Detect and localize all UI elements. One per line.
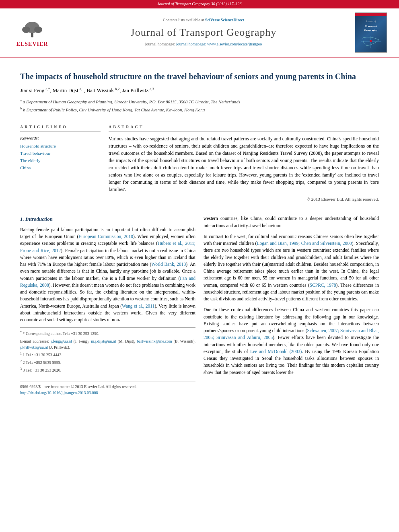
keywords-label: Keywords: (20, 135, 101, 142)
journal-title: Journal of Transport Geography (56, 25, 351, 40)
sciverse-link[interactable]: SciVerse ScienceDirect (205, 18, 244, 22)
ref-hubers[interactable]: Hubers et al., 2011; Frone and Rice, 201… (20, 241, 195, 253)
journal-citation-bar: Journal of Transport Geography 30 (2013)… (0, 0, 399, 8)
elsevier-logo-area: ELSEVIER (8, 16, 56, 48)
ref-eu-commission[interactable]: European Commission, 2010 (78, 234, 133, 239)
affil-text-b: b Department of Public Policy, City Univ… (23, 107, 205, 112)
doi-link[interactable]: http://dx.doi.org/10.1016/j.jtrangeo.201… (20, 390, 98, 395)
fn-corresponding: * * Corresponding author. Tel.: +31 30 2… (20, 330, 195, 337)
homepage-label: journal homepage: (145, 42, 176, 46)
fn-1-sup: 1 (20, 352, 22, 355)
ref-lee[interactable]: Lee and McDonald (2003) (250, 349, 302, 354)
body-para-right-2: In contrast to the west, for cultural an… (204, 233, 379, 303)
author-feng-sup: a,* (46, 87, 50, 91)
elsevier-wordmark: ELSEVIER (16, 40, 48, 48)
doi-line: http://dx.doi.org/10.1016/j.jtrangeo.201… (20, 390, 195, 396)
author-sep2: , Bart Wissink (84, 87, 115, 93)
svg-point-7 (370, 40, 372, 42)
keyword-3: The elderly (20, 158, 101, 164)
svg-point-4 (31, 35, 33, 37)
fn-star: * (20, 331, 22, 334)
fn-2: 2 2 Tel.: +852 9639 9559. (20, 359, 195, 366)
keyword-4: China (20, 165, 101, 171)
main-content: The impacts of household structure on th… (0, 58, 399, 405)
affil-line-a: a a Department of Human Geography and Pl… (20, 98, 379, 105)
author-dijst-sup: a,1 (80, 87, 84, 91)
ref-scprc[interactable]: SCPRC, 1978 (310, 283, 336, 288)
affil-sup-a: a (20, 98, 22, 102)
cover-journal-label: Journal of (366, 20, 376, 23)
issn-line: 0966-6923/$ – see front matter © 2013 El… (20, 384, 195, 390)
body-para-right-1: western countries, like China, could con… (204, 215, 379, 229)
body-col-left: 1. Introduction Raising female paid labo… (20, 215, 195, 397)
author-sep1: , Martin Dijst (50, 87, 80, 93)
ref-wang[interactable]: Wang et al., 2011 (122, 304, 154, 308)
article-info-col: A R T I C L E I N F O Keywords: Househol… (20, 124, 101, 203)
ref-schwanen[interactable]: Schwanen, 2007; Srinivasan and Bhat, 200… (204, 328, 379, 340)
keyword-2: Travel behaviour (20, 150, 101, 157)
fn-email: E-mail addresses: j.feng@uu.nl (J. Feng)… (20, 338, 195, 350)
author-wissink-sup: b,2 (115, 87, 119, 91)
abstract-header: A B S T R A C T (109, 124, 379, 132)
footnotes-area: * * Corresponding author. Tel.: +31 30 2… (20, 327, 195, 373)
journal-header-center: Contents lists available at SciVerse Sci… (56, 17, 351, 47)
journal-cover-image: Journal of TransportGeography (355, 12, 387, 53)
sciverse-line: Contents lists available at SciVerse Sci… (56, 17, 351, 23)
author-feng: Jianxi Feng (20, 87, 46, 93)
homepage-link[interactable]: journal homepage: www.elsevier.com/locat… (176, 42, 262, 46)
journal-header: ELSEVIER Contents lists available at Sci… (0, 8, 399, 58)
fn-email-text: E-mail addresses: j.feng@uu.nl (J. Feng)… (20, 339, 195, 349)
affiliations: a a Department of Human Geography and Pl… (20, 98, 379, 113)
cover-map-graphic (359, 34, 383, 50)
fn-3: 3 3 Tel: +31 30 253 2620. (20, 367, 195, 373)
fn-email-dijst[interactable]: m.j.dijst@uu.nl (91, 339, 116, 343)
two-col-body: 1. Introduction Raising female paid labo… (20, 215, 379, 397)
ref-logan[interactable]: Logan and Bian, 1999; Chen and Silverste… (257, 241, 352, 246)
article-info-header: A R T I C L E I N F O (20, 124, 101, 132)
elsevier-emblem-icon (18, 16, 46, 40)
svg-point-3 (34, 27, 42, 33)
journal-cover-area: Journal of TransportGeography (351, 12, 391, 53)
keyword-1: Household structure (20, 143, 101, 150)
fn-email-prillwitz[interactable]: j.Prillwitz@uu.nl (20, 345, 48, 349)
section1-title: 1. Introduction (20, 215, 195, 223)
fn-email-wissink[interactable]: bartwissink@me.com (137, 339, 172, 343)
keywords-list: Household structure Travel behaviour The… (20, 143, 101, 171)
journal-citation-text: Journal of Transport Geography 30 (2013)… (157, 2, 241, 6)
cover-title-label: TransportGeography (364, 24, 377, 32)
fn-3-text: 3 Tel: +31 30 253 2620. (23, 368, 62, 373)
copyright-line: © 2013 Elsevier Ltd. All rights reserved… (109, 196, 379, 203)
authors-line: Jianxi Feng a,*, Martin Dijst a,1, Bart … (20, 86, 379, 94)
body-col-right: western countries, like China, could con… (204, 215, 379, 397)
author-sep3: , Jan Prillwitz (119, 87, 150, 93)
bottom-bar: 0966-6923/$ – see front matter © 2013 El… (20, 382, 195, 397)
ref-fan[interactable]: Fan and Regulska, 2008 (20, 276, 195, 288)
abstract-text: Various studies have suggested that agin… (109, 135, 379, 193)
abstract-col: A B S T R A C T Various studies have sug… (109, 124, 379, 203)
body-divider (20, 211, 379, 211)
fn-email-feng[interactable]: j.feng@uu.nl (51, 339, 72, 343)
affil-sup-b: b (20, 106, 22, 110)
fn-2-sup: 2 (20, 359, 22, 363)
fn-1: 1 1 Tel.: +31 30 253 4442. (20, 351, 195, 358)
info-abstract-row: A R T I C L E I N F O Keywords: Househol… (20, 124, 379, 203)
ref-worldbank[interactable]: World Bank, 2013 (151, 262, 186, 267)
body-para-right-3: Due to these contextual differences betw… (204, 306, 379, 376)
body-para-1: Raising female paid labour participation… (20, 226, 195, 324)
sciverse-label: Contents lists available at (163, 18, 204, 22)
fn-3-sup: 3 (20, 367, 22, 371)
fn-2-text: 2 Tel.: +852 9639 9559. (23, 360, 62, 365)
author-prillwitz-sup: a,3 (150, 87, 154, 91)
fn-corresponding-text: * Corresponding author. Tel.: +31 30 253… (23, 332, 99, 336)
fn-1-text: 1 Tel.: +31 30 253 4442. (23, 353, 62, 357)
svg-point-2 (22, 27, 30, 33)
article-title: The impacts of household structure on th… (20, 71, 379, 82)
header-divider (20, 120, 379, 120)
journal-homepage: journal homepage: journal homepage: www.… (56, 41, 351, 47)
affil-line-b: b b Department of Public Policy, City Un… (20, 106, 379, 113)
affil-text-a: a Department of Human Geography and Plan… (23, 99, 240, 104)
